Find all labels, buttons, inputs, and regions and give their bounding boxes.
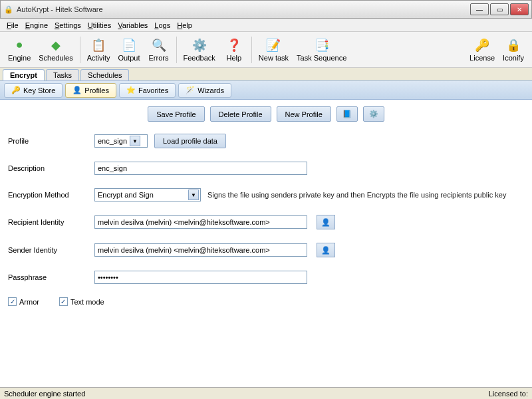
titlebar: 🔒 AutoKrypt - Hitek Software — ▭ ✕ [0,0,532,19]
encryption-method-select[interactable]: Encrypt and Sign▼ [94,188,201,201]
chevron-down-icon: ▼ [188,190,199,200]
close-button[interactable]: ✕ [510,3,529,15]
sender-user-button[interactable]: 👤 [317,243,335,257]
status-right: Licensed to: [489,390,528,398]
tab-encrypt[interactable]: Encrypt [3,69,45,80]
menu-logs[interactable]: Logs [152,20,173,31]
save-profile-button[interactable]: Save Profile [148,106,204,122]
toolbar-output[interactable]: 📄Output [114,34,144,66]
statusbar: Scheduler engine started Licensed to: [0,387,532,399]
book-icon: 📘 [342,110,352,118]
status-left: Scheduler engine started [4,390,85,398]
minimize-button[interactable]: — [470,3,489,15]
key-icon: 🔑 [11,86,21,95]
engine-icon: ● [12,38,27,53]
toolbar-feedback[interactable]: ⚙️Feedback [180,34,219,66]
iconify-icon: 🔒 [506,38,521,53]
newtask-icon: 📝 [266,38,281,53]
toolbar-activity[interactable]: 📋Activity [83,34,114,66]
menu-help[interactable]: Help [174,20,195,31]
delete-profile-button[interactable]: Delete Profile [210,106,271,122]
tasksequence-icon: 📑 [315,38,329,53]
toolbar: ●Engine ◆Schedules 📋Activity 📄Output 🔍Er… [0,32,532,68]
subtab-favorites[interactable]: ⭐Favorites [119,83,176,98]
tab-schedules[interactable]: Schedules [80,69,129,80]
toolbar-tasksequence[interactable]: 📑Task Sequence [293,34,350,66]
book-button[interactable]: 📘 [336,106,358,122]
menu-variables[interactable]: Variables [115,20,150,31]
toolbar-engine[interactable]: ●Engine [4,34,35,66]
main-tabs: Encrypt Tasks Schedules [0,68,532,81]
user-icon: 👤 [321,218,331,227]
toolbar-license[interactable]: 🔑License [466,34,499,66]
activity-icon: 📋 [91,38,106,53]
subtab-strip: 🔑Key Store 👤Profiles ⭐Favorites 🪄Wizards [0,81,532,100]
description-input[interactable] [94,162,307,175]
armor-checkbox[interactable]: ✓Armor [8,297,39,306]
load-profile-button[interactable]: Load profile data [154,134,226,148]
subtab-keystore[interactable]: 🔑Key Store [4,83,63,98]
subtab-wizards[interactable]: 🪄Wizards [178,83,231,98]
sender-input[interactable] [94,243,307,257]
profile-select[interactable]: enc_sign▼ [94,134,148,148]
gear-icon: ⚙️ [369,110,378,118]
recipient-label: Recipient Identity [8,218,94,226]
schedules-icon: ◆ [49,38,63,53]
wand-icon: 🪄 [186,86,195,95]
app-icon: 🔒 [3,4,14,15]
description-label: Description [8,164,94,172]
method-hint: Signs the file using senders private key… [207,191,506,199]
help-icon: ❓ [227,38,241,53]
profile-icon: 👤 [72,86,82,95]
errors-icon: 🔍 [152,38,166,53]
toolbar-iconify[interactable]: 🔒Iconify [499,34,528,66]
toolbar-errors[interactable]: 🔍Errors [144,34,174,66]
toolbar-help[interactable]: ❓Help [219,34,249,66]
menu-engine[interactable]: Engine [23,20,51,31]
output-icon: 📄 [122,38,136,53]
new-profile-button[interactable]: New Profile [277,106,331,122]
menu-file[interactable]: File [4,20,21,31]
textmode-checkbox[interactable]: ✓Text mode [59,297,104,306]
sender-label: Sender Identity [8,246,94,254]
star-icon: ⭐ [126,86,136,95]
menu-utilities[interactable]: Utilities [85,20,114,31]
user-icon: 👤 [321,246,331,255]
profile-button-row: Save Profile Delete Profile New Profile … [8,106,524,122]
menu-settings[interactable]: Settings [52,20,84,31]
tab-tasks[interactable]: Tasks [46,69,79,80]
passphrase-label: Passphrase [8,273,94,281]
toolbar-newtask[interactable]: 📝New task [255,34,293,66]
encryption-method-label: Encryption Method [8,191,94,199]
feedback-icon: ⚙️ [192,38,207,53]
recipient-input[interactable] [94,215,307,229]
content-panel: Save Profile Delete Profile New Profile … [0,100,532,387]
gear-button[interactable]: ⚙️ [363,106,384,122]
window-title: AutoKrypt - Hitek Software [17,5,470,13]
menubar: File Engine Settings Utilities Variables… [0,19,532,32]
passphrase-input[interactable] [94,271,307,284]
toolbar-schedules[interactable]: ◆Schedules [35,34,76,66]
recipient-user-button[interactable]: 👤 [317,215,335,229]
profile-label: Profile [8,137,94,145]
check-icon: ✓ [59,297,68,306]
license-icon: 🔑 [475,38,489,53]
maximize-button[interactable]: ▭ [490,3,509,15]
check-icon: ✓ [8,297,17,306]
subtab-profiles[interactable]: 👤Profiles [65,83,116,98]
chevron-down-icon: ▼ [130,136,140,146]
